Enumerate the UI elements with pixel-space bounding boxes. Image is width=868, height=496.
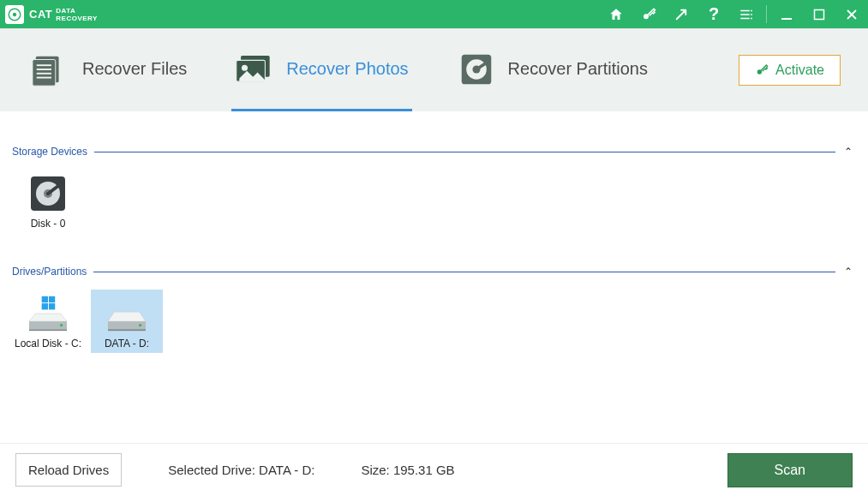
disk-icon — [29, 175, 67, 212]
section-partitions-header: Drives/Partitions ⌃ — [12, 262, 856, 281]
disk-item[interactable]: Disk - 0 — [12, 170, 84, 233]
logo-mark — [5, 5, 24, 24]
item-label: Disk - 0 — [31, 218, 66, 230]
drive-item-d[interactable]: DATA - D: — [91, 290, 163, 353]
svg-point-1 — [13, 12, 17, 16]
collapse-icon[interactable]: ⌃ — [841, 262, 856, 281]
svg-rect-3 — [740, 9, 750, 11]
svg-rect-28 — [42, 296, 48, 302]
partition-items: Local Disk - C: DATA - D: — [12, 286, 856, 358]
selected-drive-status: Selected Drive: DATA - D: — [168, 463, 314, 477]
drive-icon — [101, 295, 153, 332]
brand-name: CAT — [29, 8, 52, 21]
tab-recover-files[interactable]: Recover Files — [27, 29, 190, 111]
svg-rect-5 — [740, 17, 750, 19]
tab-recover-partitions[interactable]: Recover Partitions — [453, 29, 651, 111]
logo: CAT DATA RECOVERY — [0, 0, 98, 28]
svg-rect-31 — [49, 303, 55, 309]
help-icon[interactable]: ? — [697, 0, 730, 28]
activate-button[interactable]: Activate — [739, 55, 841, 86]
svg-rect-15 — [37, 72, 51, 74]
section-title: Drives/Partitions — [12, 266, 87, 278]
main-toolbar: Recover Files Recover Photos Recover Par… — [0, 28, 868, 111]
brand-sub2: RECOVERY — [56, 15, 98, 22]
section-title: Storage Devices — [12, 146, 87, 158]
svg-rect-30 — [42, 303, 48, 309]
svg-rect-9 — [781, 18, 792, 20]
drive-item-c[interactable]: Local Disk - C: — [12, 290, 84, 353]
menu-icon[interactable] — [730, 0, 763, 28]
svg-rect-29 — [49, 296, 55, 302]
section-storage-header: Storage Devices ⌃ — [12, 142, 856, 161]
svg-rect-10 — [815, 9, 824, 19]
reload-drives-button[interactable]: Reload Drives — [15, 453, 122, 487]
partitions-icon — [457, 52, 496, 87]
brand-sub1: DATA — [56, 7, 98, 15]
home-icon[interactable] — [600, 0, 632, 28]
maximize-icon[interactable] — [803, 0, 835, 28]
share-icon[interactable] — [665, 0, 697, 28]
files-icon — [31, 52, 70, 87]
storage-items: Disk - 0 — [12, 166, 856, 238]
photos-icon — [235, 52, 274, 87]
svg-rect-13 — [37, 64, 51, 66]
tab-label: Recover Files — [82, 59, 187, 79]
activate-label: Activate — [775, 63, 824, 78]
svg-rect-4 — [740, 14, 750, 15]
tab-label: Recover Partitions — [508, 59, 648, 79]
footer: Reload Drives Selected Drive: DATA - D: … — [0, 443, 868, 496]
tab-label: Recover Photos — [286, 59, 408, 79]
svg-rect-38 — [108, 329, 146, 331]
item-label: Local Disk - C: — [15, 338, 81, 350]
svg-point-6 — [751, 9, 752, 11]
scan-button[interactable]: Scan — [727, 453, 853, 487]
svg-point-7 — [751, 14, 752, 15]
svg-point-35 — [60, 324, 63, 326]
svg-rect-16 — [37, 76, 51, 78]
size-status: Size: 195.31 GB — [361, 463, 454, 477]
svg-marker-32 — [29, 314, 67, 321]
minimize-icon[interactable] — [770, 0, 803, 28]
collapse-icon[interactable]: ⌃ — [841, 142, 856, 161]
titlebar: CAT DATA RECOVERY ? — [0, 0, 868, 28]
svg-point-39 — [139, 324, 141, 326]
titlebar-actions: ? — [600, 0, 868, 28]
key-icon[interactable] — [632, 0, 665, 28]
svg-rect-14 — [37, 69, 51, 70]
item-label: DATA - D: — [105, 338, 149, 350]
key-icon — [755, 63, 769, 77]
close-icon[interactable] — [835, 0, 868, 28]
svg-marker-36 — [108, 312, 146, 321]
svg-point-8 — [751, 17, 752, 19]
tab-recover-photos[interactable]: Recover Photos — [231, 29, 411, 111]
svg-rect-34 — [29, 329, 67, 331]
svg-point-19 — [242, 64, 248, 70]
content-area: Storage Devices ⌃ Disk - 0 Drives/Partit… — [0, 111, 868, 443]
drive-icon — [22, 295, 74, 332]
